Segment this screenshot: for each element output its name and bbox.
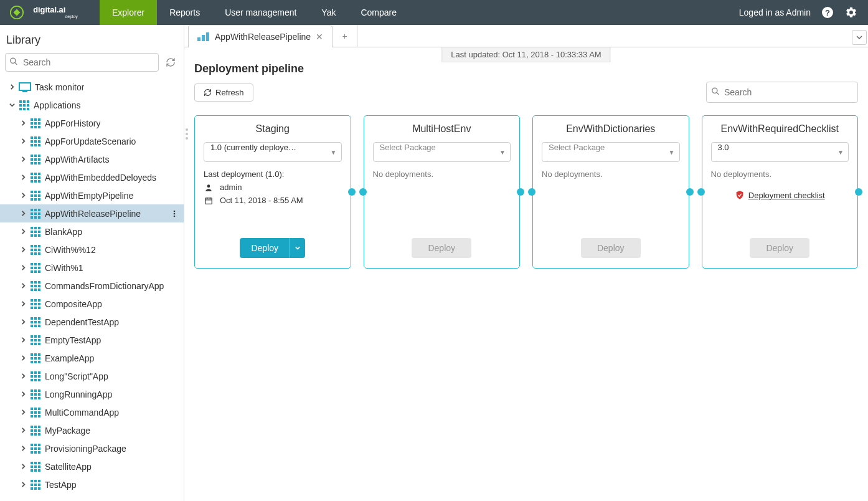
chevron-down-icon[interactable] xyxy=(852,30,867,45)
svg-rect-32 xyxy=(38,136,40,139)
tree-item-app[interactable]: DependentTestApp xyxy=(0,313,184,331)
svg-rect-178 xyxy=(34,357,37,360)
tree-item-app[interactable]: ExampleApp xyxy=(0,349,184,367)
tree-item-app[interactable]: CommandsFromDictionaryApp xyxy=(0,277,184,295)
svg-rect-177 xyxy=(31,357,33,360)
svg-rect-271 xyxy=(202,35,205,41)
tree-item-app[interactable]: TestApp xyxy=(0,475,184,494)
caret-icon xyxy=(19,446,27,451)
tree-item-app[interactable]: CiWith%1 xyxy=(0,259,184,277)
nav-explorer[interactable]: Explorer xyxy=(100,0,157,25)
svg-rect-129 xyxy=(31,285,33,287)
svg-rect-203 xyxy=(38,393,40,396)
svg-rect-102 xyxy=(31,245,33,247)
package-select[interactable]: Select Package▼ xyxy=(373,142,511,162)
svg-rect-217 xyxy=(34,415,37,418)
svg-rect-230 xyxy=(38,433,40,436)
tree-item-app[interactable]: EmptyTestApp xyxy=(0,331,184,349)
svg-rect-254 xyxy=(38,469,40,472)
tree-item-app[interactable]: Long"Script"App xyxy=(0,367,184,385)
help-icon[interactable]: ? xyxy=(821,6,834,19)
tab-app[interactable]: AppWithReleasePipeline ✕ xyxy=(188,26,333,47)
tree-label: Long"Script"App xyxy=(45,371,108,381)
tree-item-app[interactable]: AppWithArtifacts xyxy=(0,150,184,168)
nav-yak[interactable]: Yak xyxy=(309,0,348,25)
kebab-icon[interactable] xyxy=(170,209,179,218)
tree-item-app[interactable]: CiWith%%12 xyxy=(0,241,184,259)
svg-rect-216 xyxy=(31,415,33,418)
svg-rect-155 xyxy=(38,321,40,323)
grid-icon xyxy=(30,262,41,274)
svg-rect-262 xyxy=(34,484,37,486)
tree-item-app[interactable]: BlankApp xyxy=(0,222,184,241)
stage-title: MultiHostEnv xyxy=(373,123,511,135)
deploy-label: Deploy xyxy=(750,238,809,258)
grid-icon xyxy=(30,371,41,382)
svg-rect-119 xyxy=(38,267,40,269)
pipeline-search xyxy=(706,82,858,103)
add-tab-button[interactable]: + xyxy=(333,25,357,47)
tree-item-app[interactable]: AppWithEmptyPipeline xyxy=(0,186,184,204)
package-select[interactable]: Select Package▼ xyxy=(542,142,680,162)
tree-item-task-monitor[interactable]: Task monitor xyxy=(0,78,184,96)
tree-item-app[interactable]: ProvisioningPackage xyxy=(0,439,184,457)
tree-item-app[interactable]: LongRunningApp xyxy=(0,385,184,403)
grid-icon xyxy=(30,208,41,219)
deploy-dropdown[interactable] xyxy=(290,238,305,258)
sidebar-refresh-button[interactable] xyxy=(163,54,179,70)
svg-rect-214 xyxy=(34,411,37,414)
svg-rect-227 xyxy=(38,429,40,432)
svg-point-273 xyxy=(712,88,717,93)
pipeline-search-input[interactable] xyxy=(706,82,858,103)
tree-item-app[interactable]: MyPackage xyxy=(0,421,184,439)
refresh-icon xyxy=(204,88,212,97)
grid-icon xyxy=(30,154,41,165)
nav-user-management[interactable]: User management xyxy=(212,0,309,25)
package-select[interactable]: 1.0 (currently deploye…▼ xyxy=(204,142,342,162)
package-select[interactable]: 3.0▼ xyxy=(711,142,849,162)
user-icon xyxy=(204,183,214,192)
svg-rect-265 xyxy=(34,487,37,490)
svg-rect-168 xyxy=(31,343,33,345)
svg-rect-222 xyxy=(31,426,33,428)
refresh-button[interactable]: Refresh xyxy=(194,84,253,102)
svg-rect-71 xyxy=(38,194,40,197)
svg-rect-154 xyxy=(34,321,37,323)
checklist-anchor[interactable]: Deployment checklist xyxy=(748,191,825,200)
resize-handle[interactable] xyxy=(184,125,189,143)
svg-rect-67 xyxy=(34,191,37,193)
caret-icon xyxy=(19,283,27,289)
tree-item-app[interactable]: AppForUpdateScenario xyxy=(0,132,184,150)
chevron-down-icon: ▼ xyxy=(331,149,337,156)
tree-item-app[interactable]: AppForHistory xyxy=(0,114,184,132)
nav-reports[interactable]: Reports xyxy=(157,0,212,25)
tree-item-app[interactable]: AppWithEmbeddedDeloyeds xyxy=(0,168,184,186)
tree-label: CompositeApp xyxy=(45,299,102,309)
svg-rect-215 xyxy=(38,411,40,414)
close-icon[interactable]: ✕ xyxy=(316,32,323,42)
svg-rect-104 xyxy=(38,245,40,247)
svg-rect-107 xyxy=(38,249,40,251)
svg-rect-170 xyxy=(38,343,40,345)
logo-icon xyxy=(9,5,25,20)
sidebar-search-input[interactable] xyxy=(5,53,159,72)
tree-item-applications[interactable]: Applications xyxy=(0,96,184,114)
deploy-label: Deploy xyxy=(412,238,471,258)
gear-icon[interactable] xyxy=(844,6,858,19)
deploy-button[interactable]: Deploy xyxy=(240,238,305,258)
tree-item-app[interactable]: MultiCommandApp xyxy=(0,403,184,421)
svg-rect-128 xyxy=(38,281,40,284)
svg-rect-218 xyxy=(38,415,40,418)
svg-rect-141 xyxy=(31,303,33,305)
stage-multihostenv: MultiHostEnvSelect Package▼No deployment… xyxy=(364,115,521,269)
tree-item-app[interactable]: AppWithReleasePipeline xyxy=(0,204,184,222)
tree-item-app[interactable]: SatelliteApp xyxy=(0,457,184,475)
svg-rect-78 xyxy=(31,209,33,211)
svg-rect-79 xyxy=(34,209,37,211)
tree-item-app[interactable]: CompositeApp xyxy=(0,295,184,313)
caret-icon xyxy=(19,391,27,397)
deploy-user: admin xyxy=(220,183,242,192)
tree-label: EmptyTestApp xyxy=(45,335,101,345)
svg-line-274 xyxy=(717,92,719,95)
nav-compare[interactable]: Compare xyxy=(348,0,409,25)
